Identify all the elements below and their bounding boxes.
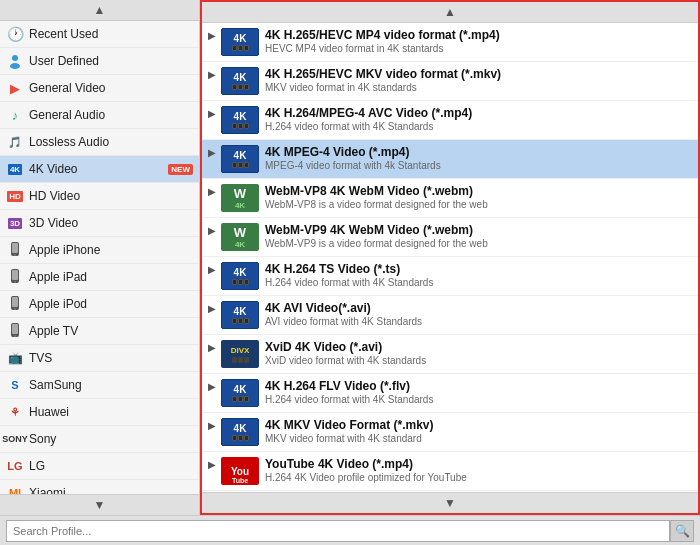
format-item-4k-avi[interactable]: ▶ 4K 4K AVI Video(*.avi)AVI video format… (202, 296, 698, 335)
search-button[interactable]: 🔍 (670, 520, 694, 542)
main-area: ▲ 🕐Recent UsedUser Defined▶General Video… (0, 0, 700, 515)
sidebar-icon-3d-video: 3D (6, 214, 24, 232)
format-title: 4K MPEG-4 Video (*.mp4) (265, 145, 692, 159)
sidebar-label-general-video: General Video (29, 81, 193, 95)
format-title: 4K H.264 TS Video (*.ts) (265, 262, 692, 276)
format-badge-4k-avi: 4K (221, 301, 259, 329)
format-desc: HEVC MP4 video format in 4K stantards (265, 43, 692, 54)
sidebar-item-apple-iphone[interactable]: Apple iPhone (0, 237, 199, 264)
sidebar-icon-apple-iphone (6, 241, 24, 259)
format-arrow-icon: ▶ (208, 108, 216, 119)
sidebar-item-3d-video[interactable]: 3D3D Video (0, 210, 199, 237)
sidebar-label-apple-tv: Apple TV (29, 324, 193, 338)
format-item-xvid-4k[interactable]: ▶DIVXXviD 4K Video (*.avi)XviD video for… (202, 335, 698, 374)
chevron-up-icon: ▲ (444, 5, 456, 19)
format-arrow-icon: ▶ (208, 303, 216, 314)
svg-rect-12 (12, 324, 18, 334)
sidebar-item-lossless-audio[interactable]: 🎵Lossless Audio (0, 129, 199, 156)
sidebar-item-tvs[interactable]: 📺TVS (0, 345, 199, 372)
format-title: WebM-VP8 4K WebM Video (*.webm) (265, 184, 692, 198)
chevron-up-icon: ▲ (94, 3, 106, 17)
sidebar-item-user-defined[interactable]: User Defined (0, 48, 199, 75)
format-title: 4K AVI Video(*.avi) (265, 301, 692, 315)
search-bar: 🔍 (0, 515, 700, 545)
format-scroll-up[interactable]: ▲ (202, 2, 698, 23)
svg-point-0 (12, 55, 18, 61)
format-desc: H.264 video format with 4K Standards (265, 121, 692, 132)
svg-rect-6 (12, 270, 18, 280)
sidebar-icon-hd-video: HD (6, 187, 24, 205)
sidebar-item-huawei[interactable]: ⚘Huawei (0, 399, 199, 426)
format-desc: MKV video format with 4K standard (265, 433, 692, 444)
sidebar-icon-apple-ipod (6, 295, 24, 313)
format-item-webm-vp9[interactable]: ▶W4KWebM-VP9 4K WebM Video (*.webm)WebM-… (202, 218, 698, 257)
format-text-4k-h265-mp4: 4K H.265/HEVC MP4 video format (*.mp4)HE… (265, 28, 692, 54)
sidebar-item-xiaomi[interactable]: MIXiaomi (0, 480, 199, 494)
sidebar-label-lg: LG (29, 459, 193, 473)
format-desc: MPEG-4 video format with 4k Stantards (265, 160, 692, 171)
sidebar-item-lg[interactable]: LGLG (0, 453, 199, 480)
format-item-4k-h265-mkv[interactable]: ▶ 4K 4K H.265/HEVC MKV video format (*.m… (202, 62, 698, 101)
sidebar: ▲ 🕐Recent UsedUser Defined▶General Video… (0, 0, 200, 515)
format-item-youtube-4k[interactable]: ▶YouTubeYouTube 4K Video (*.mp4)H.264 4K… (202, 452, 698, 491)
format-desc: MKV video format in 4K standards (265, 82, 692, 93)
sidebar-item-general-audio[interactable]: ♪General Audio (0, 102, 199, 129)
sidebar-item-samsung[interactable]: SSamSung (0, 372, 199, 399)
format-desc: H.264 video format with 4K Standards (265, 394, 692, 405)
sidebar-item-recent-used[interactable]: 🕐Recent Used (0, 21, 199, 48)
sidebar-item-hd-video[interactable]: HDHD Video (0, 183, 199, 210)
sidebar-item-general-video[interactable]: ▶General Video (0, 75, 199, 102)
format-badge-webm-vp9: W4K (221, 223, 259, 251)
sidebar-item-apple-ipad[interactable]: Apple iPad (0, 264, 199, 291)
format-item-webm-vp8[interactable]: ▶W4KWebM-VP8 4K WebM Video (*.webm)WebM-… (202, 179, 698, 218)
svg-point-13 (14, 335, 16, 337)
format-text-4k-mpeg4: 4K MPEG-4 Video (*.mp4)MPEG-4 video form… (265, 145, 692, 171)
sidebar-item-sony[interactable]: SONYSony (0, 426, 199, 453)
search-icon: 🔍 (675, 524, 690, 538)
format-badge-4k-h264-mp4: 4K (221, 106, 259, 134)
format-text-4k-h264-flv: 4K H.264 FLV Video (*.flv)H.264 video fo… (265, 379, 692, 405)
format-arrow-icon: ▶ (208, 381, 216, 392)
sidebar-icon-recent-used: 🕐 (6, 25, 24, 43)
sidebar-label-xiaomi: Xiaomi (29, 486, 193, 494)
sidebar-item-apple-ipod[interactable]: Apple iPod (0, 291, 199, 318)
format-item-4k-h265-mp4[interactable]: ▶ 4K 4K H.265/HEVC MP4 video format (*.m… (202, 23, 698, 62)
format-title: 4K H.265/HEVC MKV video format (*.mkv) (265, 67, 692, 81)
sidebar-scroll-up[interactable]: ▲ (0, 0, 199, 21)
format-arrow-icon: ▶ (208, 69, 216, 80)
sidebar-item-apple-tv[interactable]: Apple TV (0, 318, 199, 345)
format-title: 4K H.264/MPEG-4 AVC Video (*.mp4) (265, 106, 692, 120)
format-arrow-icon: ▶ (208, 30, 216, 41)
search-input[interactable] (6, 520, 670, 542)
format-badge-4k-h264-ts: 4K (221, 262, 259, 290)
sidebar-icon-tvs: 📺 (6, 349, 24, 367)
format-arrow-icon: ▶ (208, 186, 216, 197)
format-arrow-icon: ▶ (208, 225, 216, 236)
sidebar-icon-huawei: ⚘ (6, 403, 24, 421)
chevron-down-icon: ▼ (94, 498, 106, 512)
format-text-4k-avi: 4K AVI Video(*.avi)AVI video format with… (265, 301, 692, 327)
format-badge-4k-h265-mp4: 4K (221, 28, 259, 56)
sidebar-label-4k-video: 4K Video (29, 162, 164, 176)
format-text-4k-h265-mkv: 4K H.265/HEVC MKV video format (*.mkv)MK… (265, 67, 692, 93)
format-item-4k-h264-ts[interactable]: ▶ 4K 4K H.264 TS Video (*.ts)H.264 video… (202, 257, 698, 296)
sidebar-label-tvs: TVS (29, 351, 193, 365)
sidebar-scroll-down[interactable]: ▼ (0, 494, 199, 515)
sidebar-icon-user-defined (6, 52, 24, 70)
format-item-4k-h264-mp4[interactable]: ▶ 4K 4K H.264/MPEG-4 AVC Video (*.mp4)H.… (202, 101, 698, 140)
sidebar-item-4k-video[interactable]: 4K4K VideoNEW (0, 156, 199, 183)
format-desc: H.264 4K Video profile optimized for You… (265, 472, 692, 483)
format-title: 4K MKV Video Format (*.mkv) (265, 418, 692, 432)
sidebar-label-huawei: Huawei (29, 405, 193, 419)
sidebar-label-samsung: SamSung (29, 378, 193, 392)
svg-text:You: You (231, 466, 249, 477)
sidebar-label-sony: Sony (29, 432, 193, 446)
svg-text:Tube: Tube (232, 477, 248, 483)
format-scroll-down[interactable]: ▼ (202, 492, 698, 513)
sidebar-icon-4k-video: 4K (6, 160, 24, 178)
format-item-4k-mkv[interactable]: ▶ 4K 4K MKV Video Format (*.mkv)MKV vide… (202, 413, 698, 452)
format-arrow-icon: ▶ (208, 459, 216, 470)
format-item-4k-mpeg4[interactable]: ▶ 4K 4K MPEG-4 Video (*.mp4)MPEG-4 video… (202, 140, 698, 179)
format-item-4k-h264-flv[interactable]: ▶ 4K 4K H.264 FLV Video (*.flv)H.264 vid… (202, 374, 698, 413)
format-badge-xvid-4k: DIVX (221, 340, 259, 368)
